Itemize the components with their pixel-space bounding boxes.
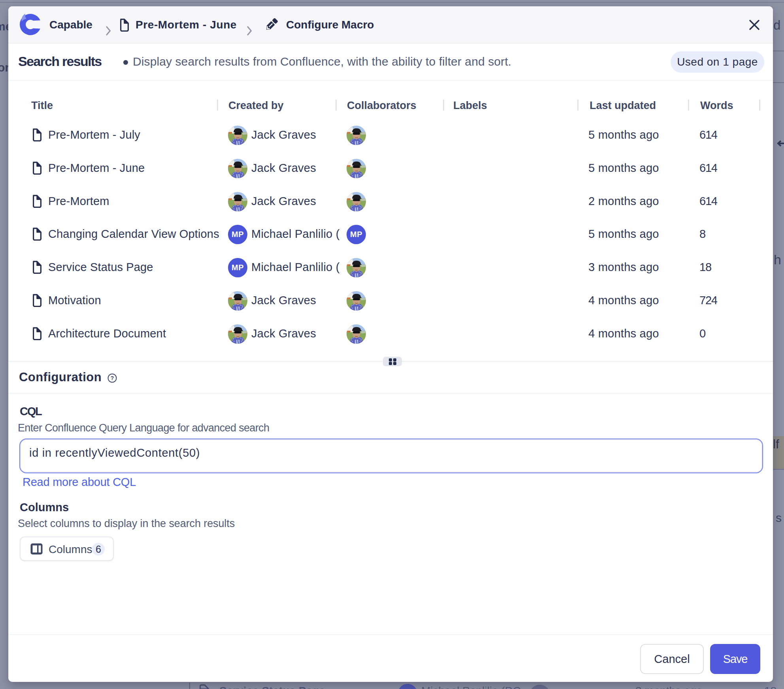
svg-text:?: ? (111, 375, 114, 381)
